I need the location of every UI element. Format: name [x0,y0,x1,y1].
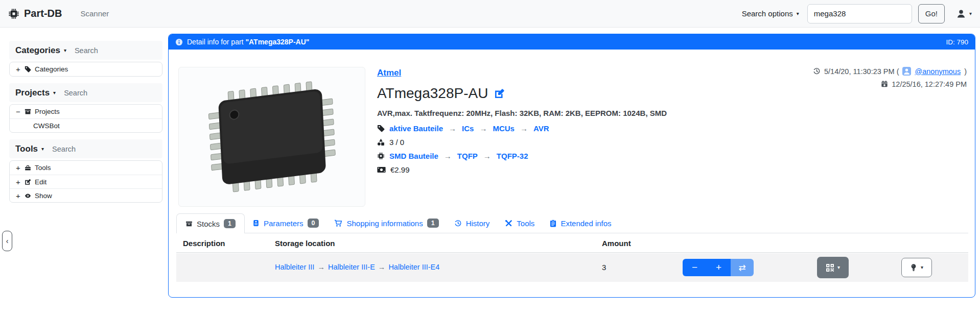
tab-parameters[interactable]: Parameters 0 [245,213,326,233]
modified-by-user-link[interactable]: @anonymous [915,67,961,76]
categories-title[interactable]: Categories [15,45,60,56]
arrow-right-icon: → [378,263,386,271]
storage-link[interactable]: Halbleiter III [275,263,314,271]
projects-search-input[interactable] [64,89,156,97]
tag-icon [377,125,385,132]
tree-item-cwsbot[interactable]: CWSBot [10,118,162,132]
tag-icon [25,66,31,72]
part-image[interactable] [178,67,365,207]
expand-icon[interactable]: + [16,65,24,74]
parameters-icon [252,220,260,227]
sidebar-section-categories-header: Categories ▾ [9,41,162,60]
collapse-minus-icon[interactable]: − [16,107,24,116]
expand-icon[interactable]: + [16,178,24,186]
increase-stock-button[interactable]: + [707,259,731,276]
info-circle-icon [175,38,183,46]
footprint-link[interactable]: SMD Bauteile [389,152,438,160]
expand-icon[interactable]: + [16,163,24,172]
tree-item-label: Categories [35,65,68,73]
led-locate-dropdown-button[interactable]: ▾ [901,258,932,277]
column-header-amount: Amount [602,239,631,248]
history-icon [813,67,821,75]
caret-down-icon: ▾ [921,265,923,270]
user-icon [956,9,966,19]
tab-label: Extended infos [561,219,611,228]
app-brand[interactable]: Part-DB [8,8,62,19]
category-link[interactable]: MCUs [493,124,515,133]
tree-item-show[interactable]: + Show [10,188,162,202]
storage-link[interactable]: Halbleiter III-E4 [388,263,439,271]
price-row: €2.99 [377,165,667,174]
tools-search-input[interactable] [52,145,156,153]
part-price: €2.99 [390,165,410,174]
caret-down-icon: ▾ [41,147,44,152]
qr-code-dropdown-button[interactable]: ▾ [817,257,849,278]
footprint-link[interactable]: TQFP-32 [497,152,528,160]
tab-extended-infos[interactable]: Extended infos [542,213,619,233]
footprint-link[interactable]: TQFP [457,152,478,160]
part-detail-card: Detail info for part "ATmega328P-AU" ID:… [168,34,975,298]
sidebar-section-projects-header: Projects ▾ [9,83,162,102]
tree-item-label: CWSBot [33,122,60,130]
stock-table-header: Description Storage location Amount [176,237,968,253]
user-menu[interactable]: ▾ [956,9,972,19]
projects-tree: − Projects CWSBot [9,104,162,133]
tools-title[interactable]: Tools [15,144,38,154]
tab-shopping-informations[interactable]: Shopping informations 1 [326,213,446,233]
category-link[interactable]: AVR [533,124,549,133]
decrease-stock-button[interactable]: − [683,259,707,276]
storage-link[interactable]: Halbleiter III-E [328,263,375,271]
move-stock-button[interactable]: ⇄ [731,259,754,276]
categories-search-input[interactable] [75,46,156,55]
search-go-button[interactable]: Go! [918,4,945,23]
projects-title[interactable]: Projects [15,88,50,98]
box-archive-icon [25,108,31,115]
user-avatar-icon [902,67,911,76]
tree-item-projects[interactable]: − Projects [10,105,162,118]
category-link[interactable]: aktive Bauteile [389,124,443,133]
sidebar-collapse-button[interactable]: ‹ [2,231,12,251]
shapes-icon [377,138,385,146]
card-body: Atmel ATmega328P-AU AVR,max. Taktfrequen… [169,50,975,297]
caret-down-icon: ▾ [969,11,972,16]
arrow-right-icon: → [520,124,528,133]
stock-amount-buttons: − + ⇄ [683,259,754,276]
tree-item-edit[interactable]: + Edit [10,175,162,188]
part-meta: 5/14/20, 11:30:23 PM ( @anonymous ) [813,65,967,90]
tab-history[interactable]: History [447,213,498,233]
caret-down-icon: ▾ [837,265,840,270]
tab-stocks[interactable]: Stocks 1 [176,213,245,233]
arrow-right-icon: → [317,263,325,271]
created-text: 12/25/16, 12:27:49 PM [892,80,967,88]
microchip-icon [377,152,385,160]
part-description: AVR,max. Taktfrequenz: 20MHz, Flash: 32K… [377,109,667,117]
box-icon [185,220,193,227]
expand-icon[interactable]: + [16,191,24,200]
tree-item-label: Edit [35,178,46,186]
chevron-left-icon: ‹ [6,237,9,245]
amount-cell: 3 [602,263,606,272]
tree-item-categories[interactable]: + Categories [10,62,162,76]
tab-label: Stocks [197,220,220,228]
qr-code-icon [826,263,834,272]
card-header-text: Detail info for part "ATmega328P-AU" [187,38,309,46]
tree-item-label: Tools [35,164,51,172]
tree-item-tools[interactable]: + Tools [10,161,162,175]
tools-icon [505,220,512,227]
category-link[interactable]: ICs [462,124,474,133]
tab-tools[interactable]: Tools [497,213,542,233]
sidebar: Categories ▾ + Categories Projects ▾ − [9,41,162,209]
tab-label: History [466,219,490,228]
search-input[interactable] [807,4,912,23]
tree-item-label: Show [35,192,52,200]
chip-render [190,76,354,198]
nav-item-scanner[interactable]: Scanner [80,9,109,18]
eye-icon [25,192,31,199]
category-row: aktive Bauteile → ICs → MCUs → AVR [377,124,667,133]
footprint-row: SMD Bauteile → TQFP → TQFP-32 [377,152,667,160]
search-options-dropdown[interactable]: Search options ▾ [742,9,799,18]
manufacturer-link[interactable]: Atmel [377,68,401,78]
arrow-right-icon: → [444,152,452,160]
edit-part-icon[interactable] [494,88,505,99]
stock-table-row: Halbleiter III → Halbleiter III-E → Halb… [176,253,968,282]
